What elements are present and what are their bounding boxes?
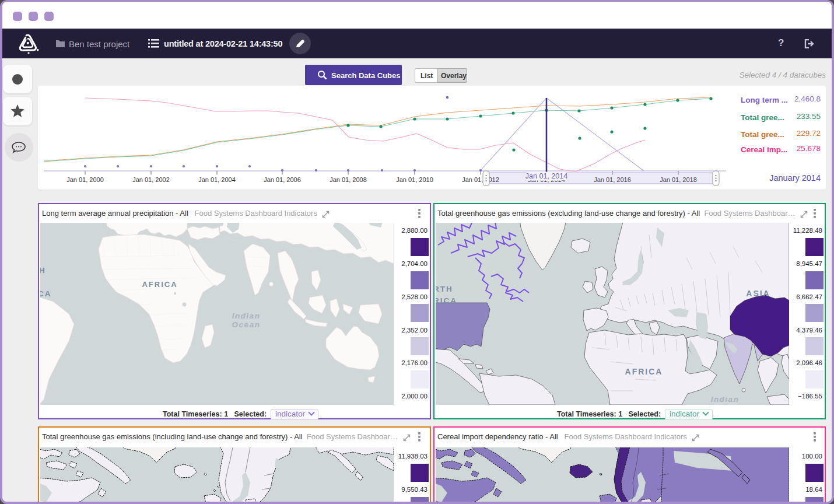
svg-text:AFRICA: AFRICA (142, 280, 177, 289)
svg-text:CA: CA (40, 289, 52, 298)
svg-text:H: H (40, 266, 46, 275)
svg-text:Total gree...: Total gree... (741, 113, 784, 122)
svg-text:25.678: 25.678 (797, 144, 821, 153)
svg-text:Jan 01, 2004: Jan 01, 2004 (198, 176, 236, 183)
svg-text:229.72: 229.72 (797, 129, 821, 138)
svg-text:Cereal imp...: Cereal imp... (741, 145, 787, 154)
svg-text:Indian: Indian (711, 395, 740, 404)
svg-text:January 2014: January 2014 (769, 173, 821, 183)
svg-text:Long term ...: Long term ... (741, 96, 788, 104)
svg-text:Jan 01, 2008: Jan 01, 2008 (330, 176, 367, 183)
svg-text:ASIA: ASIA (746, 289, 770, 298)
svg-text:Jan 01, 2002: Jan 01, 2002 (132, 176, 170, 183)
svg-text:AFRICA: AFRICA (625, 367, 663, 376)
svg-text:Jan 01, 2014: Jan 01, 2014 (525, 172, 567, 180)
svg-text:2,460.8: 2,460.8 (794, 94, 821, 103)
svg-text:Jan 01, 2010: Jan 01, 2010 (396, 176, 433, 183)
svg-text:RTH: RTH (436, 285, 453, 293)
svg-text:Jan 01, 2006: Jan 01, 2006 (264, 176, 301, 183)
svg-text:Ocean: Ocean (232, 320, 261, 329)
svg-text:Total gree...: Total gree... (741, 130, 784, 139)
svg-text:233.55: 233.55 (797, 112, 821, 121)
svg-text:RICA: RICA (436, 296, 457, 305)
svg-text:Indian: Indian (232, 312, 261, 320)
svg-text:Jan 01, 2000: Jan 01, 2000 (66, 176, 104, 183)
